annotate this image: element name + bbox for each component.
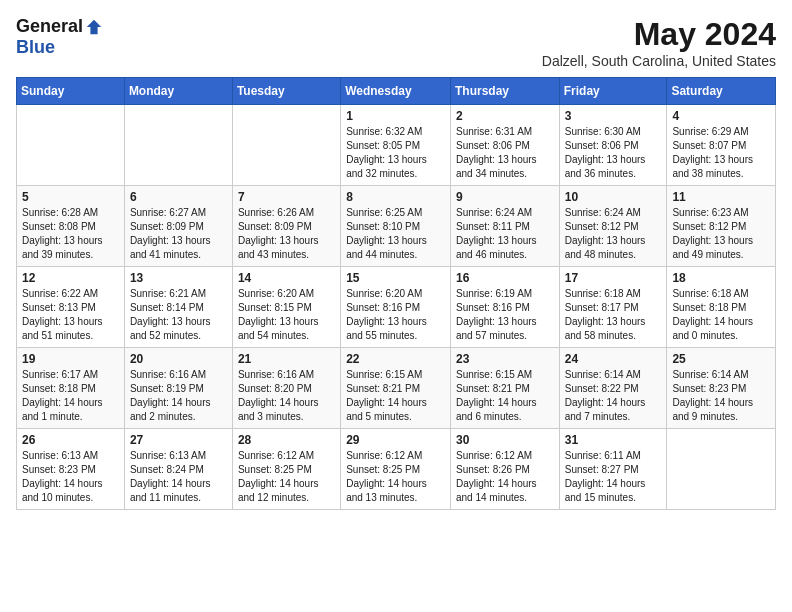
calendar-cell: 4Sunrise: 6:29 AM Sunset: 8:07 PM Daylig… [667,105,776,186]
calendar-cell: 18Sunrise: 6:18 AM Sunset: 8:18 PM Dayli… [667,267,776,348]
day-number: 31 [565,433,662,447]
calendar-cell: 3Sunrise: 6:30 AM Sunset: 8:06 PM Daylig… [559,105,667,186]
day-info: Sunrise: 6:15 AM Sunset: 8:21 PM Dayligh… [346,368,445,424]
week-row-2: 5Sunrise: 6:28 AM Sunset: 8:08 PM Daylig… [17,186,776,267]
weekday-header-friday: Friday [559,78,667,105]
day-info: Sunrise: 6:22 AM Sunset: 8:13 PM Dayligh… [22,287,119,343]
calendar-cell: 10Sunrise: 6:24 AM Sunset: 8:12 PM Dayli… [559,186,667,267]
weekday-header-sunday: Sunday [17,78,125,105]
calendar-cell: 23Sunrise: 6:15 AM Sunset: 8:21 PM Dayli… [450,348,559,429]
calendar-cell [17,105,125,186]
calendar-cell: 26Sunrise: 6:13 AM Sunset: 8:23 PM Dayli… [17,429,125,510]
calendar-cell: 22Sunrise: 6:15 AM Sunset: 8:21 PM Dayli… [341,348,451,429]
day-number: 20 [130,352,227,366]
weekday-header-thursday: Thursday [450,78,559,105]
day-number: 17 [565,271,662,285]
calendar-cell [124,105,232,186]
calendar-cell: 13Sunrise: 6:21 AM Sunset: 8:14 PM Dayli… [124,267,232,348]
day-number: 9 [456,190,554,204]
day-number: 1 [346,109,445,123]
day-info: Sunrise: 6:26 AM Sunset: 8:09 PM Dayligh… [238,206,335,262]
weekday-header-saturday: Saturday [667,78,776,105]
calendar-cell: 28Sunrise: 6:12 AM Sunset: 8:25 PM Dayli… [232,429,340,510]
day-info: Sunrise: 6:20 AM Sunset: 8:15 PM Dayligh… [238,287,335,343]
day-info: Sunrise: 6:28 AM Sunset: 8:08 PM Dayligh… [22,206,119,262]
calendar-cell: 24Sunrise: 6:14 AM Sunset: 8:22 PM Dayli… [559,348,667,429]
week-row-5: 26Sunrise: 6:13 AM Sunset: 8:23 PM Dayli… [17,429,776,510]
day-number: 24 [565,352,662,366]
calendar-cell: 19Sunrise: 6:17 AM Sunset: 8:18 PM Dayli… [17,348,125,429]
day-number: 10 [565,190,662,204]
day-info: Sunrise: 6:21 AM Sunset: 8:14 PM Dayligh… [130,287,227,343]
calendar-cell: 17Sunrise: 6:18 AM Sunset: 8:17 PM Dayli… [559,267,667,348]
day-info: Sunrise: 6:16 AM Sunset: 8:19 PM Dayligh… [130,368,227,424]
calendar-cell: 2Sunrise: 6:31 AM Sunset: 8:06 PM Daylig… [450,105,559,186]
calendar-cell: 8Sunrise: 6:25 AM Sunset: 8:10 PM Daylig… [341,186,451,267]
header: General Blue May 2024 Dalzell, South Car… [16,16,776,69]
logo-general: General [16,16,83,37]
day-info: Sunrise: 6:29 AM Sunset: 8:07 PM Dayligh… [672,125,770,181]
day-number: 8 [346,190,445,204]
calendar-cell: 20Sunrise: 6:16 AM Sunset: 8:19 PM Dayli… [124,348,232,429]
day-info: Sunrise: 6:12 AM Sunset: 8:25 PM Dayligh… [238,449,335,505]
week-row-1: 1Sunrise: 6:32 AM Sunset: 8:05 PM Daylig… [17,105,776,186]
logo: General Blue [16,16,103,58]
day-number: 11 [672,190,770,204]
weekday-header-tuesday: Tuesday [232,78,340,105]
day-info: Sunrise: 6:14 AM Sunset: 8:23 PM Dayligh… [672,368,770,424]
day-number: 27 [130,433,227,447]
calendar-cell: 14Sunrise: 6:20 AM Sunset: 8:15 PM Dayli… [232,267,340,348]
day-info: Sunrise: 6:25 AM Sunset: 8:10 PM Dayligh… [346,206,445,262]
day-number: 2 [456,109,554,123]
day-info: Sunrise: 6:12 AM Sunset: 8:26 PM Dayligh… [456,449,554,505]
day-number: 21 [238,352,335,366]
day-number: 23 [456,352,554,366]
day-number: 29 [346,433,445,447]
calendar-cell [667,429,776,510]
day-info: Sunrise: 6:27 AM Sunset: 8:09 PM Dayligh… [130,206,227,262]
calendar-cell: 21Sunrise: 6:16 AM Sunset: 8:20 PM Dayli… [232,348,340,429]
calendar-cell: 9Sunrise: 6:24 AM Sunset: 8:11 PM Daylig… [450,186,559,267]
day-info: Sunrise: 6:13 AM Sunset: 8:23 PM Dayligh… [22,449,119,505]
calendar-cell: 30Sunrise: 6:12 AM Sunset: 8:26 PM Dayli… [450,429,559,510]
calendar-cell [232,105,340,186]
calendar-cell: 1Sunrise: 6:32 AM Sunset: 8:05 PM Daylig… [341,105,451,186]
day-info: Sunrise: 6:16 AM Sunset: 8:20 PM Dayligh… [238,368,335,424]
day-info: Sunrise: 6:24 AM Sunset: 8:12 PM Dayligh… [565,206,662,262]
day-info: Sunrise: 6:14 AM Sunset: 8:22 PM Dayligh… [565,368,662,424]
day-info: Sunrise: 6:11 AM Sunset: 8:27 PM Dayligh… [565,449,662,505]
week-row-4: 19Sunrise: 6:17 AM Sunset: 8:18 PM Dayli… [17,348,776,429]
day-number: 3 [565,109,662,123]
day-info: Sunrise: 6:23 AM Sunset: 8:12 PM Dayligh… [672,206,770,262]
calendar-cell: 15Sunrise: 6:20 AM Sunset: 8:16 PM Dayli… [341,267,451,348]
calendar-cell: 29Sunrise: 6:12 AM Sunset: 8:25 PM Dayli… [341,429,451,510]
day-info: Sunrise: 6:24 AM Sunset: 8:11 PM Dayligh… [456,206,554,262]
day-number: 18 [672,271,770,285]
svg-marker-0 [87,19,101,33]
day-info: Sunrise: 6:20 AM Sunset: 8:16 PM Dayligh… [346,287,445,343]
day-number: 16 [456,271,554,285]
day-number: 7 [238,190,335,204]
day-number: 30 [456,433,554,447]
logo-blue: Blue [16,37,55,58]
day-number: 15 [346,271,445,285]
calendar-cell: 7Sunrise: 6:26 AM Sunset: 8:09 PM Daylig… [232,186,340,267]
day-number: 4 [672,109,770,123]
calendar-cell: 11Sunrise: 6:23 AM Sunset: 8:12 PM Dayli… [667,186,776,267]
calendar-cell: 12Sunrise: 6:22 AM Sunset: 8:13 PM Dayli… [17,267,125,348]
weekday-header-row: SundayMondayTuesdayWednesdayThursdayFrid… [17,78,776,105]
day-info: Sunrise: 6:19 AM Sunset: 8:16 PM Dayligh… [456,287,554,343]
title-area: May 2024 Dalzell, South Carolina, United… [542,16,776,69]
location-title: Dalzell, South Carolina, United States [542,53,776,69]
day-number: 14 [238,271,335,285]
week-row-3: 12Sunrise: 6:22 AM Sunset: 8:13 PM Dayli… [17,267,776,348]
day-number: 28 [238,433,335,447]
month-title: May 2024 [542,16,776,53]
weekday-header-wednesday: Wednesday [341,78,451,105]
day-number: 12 [22,271,119,285]
day-info: Sunrise: 6:18 AM Sunset: 8:17 PM Dayligh… [565,287,662,343]
calendar-table: SundayMondayTuesdayWednesdayThursdayFrid… [16,77,776,510]
day-number: 22 [346,352,445,366]
day-info: Sunrise: 6:12 AM Sunset: 8:25 PM Dayligh… [346,449,445,505]
day-number: 5 [22,190,119,204]
